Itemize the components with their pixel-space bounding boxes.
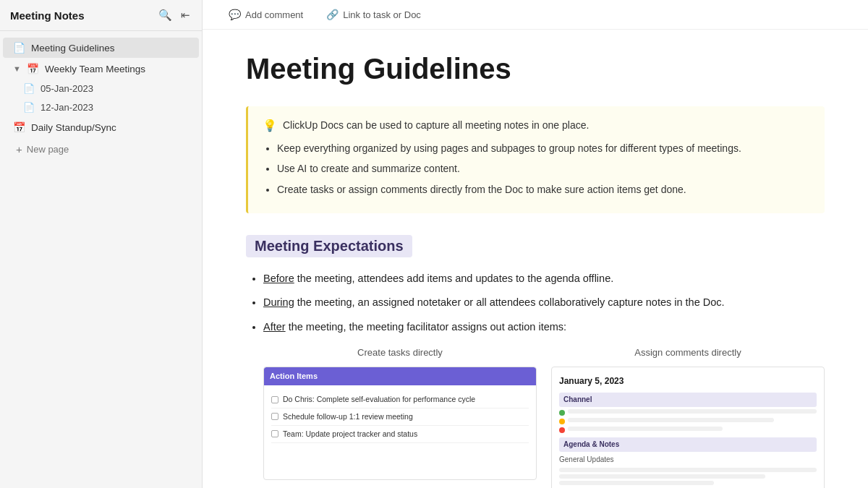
sidebar-item-jan12[interactable]: 📄 12-Jan-2023 [13,98,199,116]
link-to-task-button[interactable]: 🔗 Link to task or Doc [322,6,425,23]
add-comment-button[interactable]: 💬 Add comment [224,6,307,23]
expectation-before: Before the meeting, attendees add items … [263,270,825,287]
calendar-icon: 📅 [13,121,25,133]
image-row: Create tasks directly Action Items Do Ch… [263,346,825,488]
during-rest: the meeting, an assigned notetaker or al… [294,296,725,308]
callout-box: 💡 ClickUp Docs can be used to capture al… [246,106,825,213]
callout-item: Create tasks or assign comments directly… [277,181,810,197]
lightbulb-icon: 💡 [263,119,277,132]
task-row: Team: Update project tracker and status [271,426,529,443]
doc-image: January 5, 2023 Channel Agenda & Notes G… [551,367,825,488]
page-icon: 📄 [23,102,35,113]
comment-icon: 💬 [229,9,241,20]
task-mockup-header: Action Items [264,367,536,386]
add-comment-label: Add comment [245,9,303,20]
sidebar-nav: 📄 Meeting Guidelines ▼ 📅 Weekly Team Mee… [0,31,202,167]
doc-section-header: Agenda & Notes [559,437,817,452]
document-content: Meeting Guidelines 💡 ClickUp Docs can be… [203,30,868,488]
after-rest: the meeting, the meeting facilitator ass… [286,321,566,333]
sidebar-item-jan5[interactable]: 📄 05-Jan-2023 [13,80,199,98]
during-text: During [263,296,294,308]
task-label: Team: Update project tracker and status [283,428,417,440]
page-icon: 📄 [13,42,25,53]
callout-header: 💡 ClickUp Docs can be used to capture al… [263,118,810,133]
sidebar-group-children: 📄 05-Jan-2023 📄 12-Jan-2023 [0,80,202,116]
task-label: Schedule follow-up 1:1 review meeting [283,411,413,423]
sidebar-item-daily-standup[interactable]: 📅 Daily Standup/Sync [3,117,199,137]
callout-item: Keep everything organized by using pages… [277,140,810,156]
task-checkbox [271,430,278,437]
section-heading: Meeting Expectations [246,235,412,257]
sidebar: Meeting Notes 🔍 ⇤ 📄 Meeting Guidelines ▼… [0,0,203,488]
link-to-task-label: Link to task or Doc [343,9,421,20]
before-rest: the meeting, attendees add items and upd… [294,273,614,284]
task-label: Do Chris: Complete self-evaluation for p… [283,393,475,406]
sidebar-child-label: 05-Jan-2023 [41,83,93,94]
task-row: Do Chris: Complete self-evaluation for p… [271,391,529,408]
page-title: Meeting Guidelines [246,51,825,86]
callout-intro: ClickUp Docs can be used to capture all … [283,118,589,133]
calendar-icon: 📅 [27,63,39,74]
expectation-during: During the meeting, an assigned notetake… [263,294,825,311]
callout-item: Use AI to create and summarize content. [277,160,810,176]
toolbar: 💬 Add comment 🔗 Link to task or Doc [203,0,868,30]
chevron-down-icon: ▼ [13,64,21,73]
expectations-list: Before the meeting, attendees add items … [246,270,825,488]
sidebar-item-label: Meeting Guidelines [31,43,189,53]
sidebar-item-meeting-guidelines[interactable]: 📄 Meeting Guidelines [3,38,199,58]
doc-section: Agenda & Notes General Updates [559,437,817,485]
sidebar-child-label: 12-Jan-2023 [41,102,93,113]
section-heading-container: Meeting Expectations [246,235,825,270]
page-icon: 📄 [23,83,35,94]
image-block-right: Assign comments directly January 5, 2023… [551,346,825,488]
before-text: Before [263,273,294,284]
search-icon[interactable]: 🔍 [157,7,174,23]
sidebar-item-label: Daily Standup/Sync [31,122,189,133]
add-new-page[interactable]: + New page [3,139,199,160]
task-image: Action Items Do Chris: Complete self-eva… [263,367,537,480]
callout-list: Keep everything organized by using pages… [263,140,810,197]
task-checkbox [271,396,278,403]
image-left-caption: Create tasks directly [357,346,443,361]
doc-date: January 5, 2023 [559,374,817,388]
main-content: 💬 Add comment 🔗 Link to task or Doc Meet… [203,0,868,488]
task-checkbox [271,413,278,420]
image-block-left: Create tasks directly Action Items Do Ch… [263,346,537,488]
expectation-after: After the meeting, the meeting facilitat… [263,319,825,488]
sidebar-group-label: Weekly Team Meetings [45,64,145,74]
image-right-caption: Assign comments directly [634,346,741,361]
task-row: Schedule follow-up 1:1 review meeting [271,408,529,426]
sidebar-item-weekly-team-meetings[interactable]: ▼ 📅 Weekly Team Meetings [3,59,199,79]
plus-icon: + [16,143,22,155]
sidebar-header-icons: 🔍 ⇤ [157,7,192,23]
doc-section-header: Channel [559,393,817,407]
after-text: After [263,321,286,333]
collapse-sidebar-icon[interactable]: ⇤ [179,7,192,23]
new-page-label: New page [27,144,69,155]
doc-section: Channel [559,393,817,433]
sidebar-header: Meeting Notes 🔍 ⇤ [0,0,202,31]
sidebar-title: Meeting Notes [10,9,85,22]
link-icon: 🔗 [326,9,339,20]
